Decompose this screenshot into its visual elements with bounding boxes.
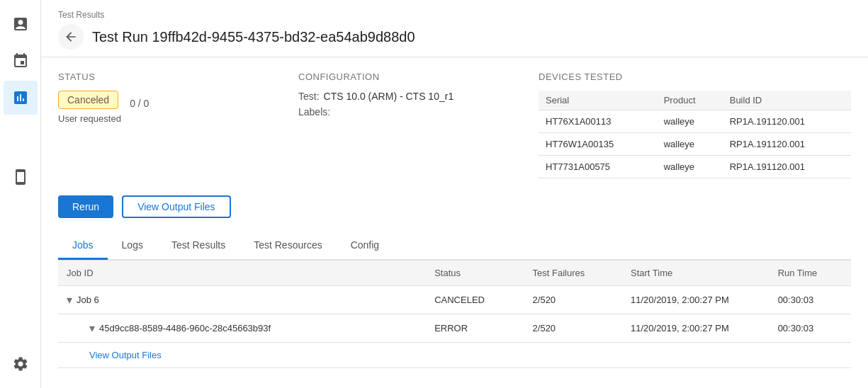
jobs-table: Job ID Status Test Failures Start Time R…: [58, 260, 851, 368]
view-output-files-link[interactable]: View Output Files: [67, 347, 170, 363]
jobs-col-failures: Test Failures: [524, 261, 622, 286]
sub-job-id-cell: ▾ 45d9cc88-8589-4486-960c-28c45663b93f: [58, 314, 426, 343]
sub-job-start-time: 11/20/2019, 2:00:27 PM: [622, 314, 770, 343]
config-labels-label: Labels:: [298, 106, 330, 118]
sidebar-item-results[interactable]: [4, 81, 38, 115]
job-failures: 2/520: [524, 286, 622, 314]
page-title: Test Run 19ffb42d-9455-4375-bd32-ea54ab9…: [92, 29, 415, 45]
tab-logs[interactable]: Logs: [108, 232, 157, 260]
status-sub-label: User requested: [58, 113, 281, 124]
view-output-row: View Output Files: [58, 343, 851, 368]
table-row: ▾ 45d9cc88-8589-4486-960c-28c45663b93f E…: [58, 314, 851, 343]
tab-jobs[interactable]: Jobs: [58, 232, 108, 260]
sub-job-run-time: 00:30:03: [770, 314, 851, 343]
back-button[interactable]: [58, 24, 84, 50]
config-test-value: CTS 10.0 (ARM) - CTS 10_r1: [324, 91, 454, 102]
jobs-col-starttime: Start Time: [622, 261, 770, 286]
tabs: JobsLogsTest ResultsTest ResourcesConfig: [58, 232, 851, 260]
devices-col-product: Product: [657, 91, 723, 110]
jobs-col-status: Status: [426, 261, 524, 286]
device-product: walleye: [657, 156, 723, 178]
job-id-cell: ▾ Job 6: [58, 286, 426, 314]
devices-col-serial: Serial: [539, 91, 657, 110]
device-serial: HT76W1A00135: [539, 133, 657, 156]
status-panel-title: Status: [58, 72, 281, 82]
tab-test-results[interactable]: Test Results: [157, 232, 239, 260]
status-badge: Canceled: [58, 91, 118, 109]
config-panel-title: Configuration: [298, 72, 522, 82]
device-product: walleye: [657, 133, 723, 156]
device-build-id: RP1A.191120.001: [723, 156, 851, 178]
pass-fail: 0 / 0: [130, 98, 149, 109]
rerun-button[interactable]: Rerun: [58, 195, 113, 218]
devices-panel-title: Devices Tested: [539, 72, 851, 82]
device-build-id: RP1A.191120.001: [723, 133, 851, 156]
job-run-time: 00:30:03: [770, 286, 851, 314]
sidebar: [0, 0, 41, 388]
devices-table-row: HT7731A00575 walleye RP1A.191120.001: [539, 156, 851, 178]
device-build-id: RP1A.191120.001: [723, 110, 851, 133]
status-panel: Status Canceled 0 / 0 User requested: [58, 72, 298, 178]
devices-col-build: Build ID: [723, 91, 851, 110]
job-start-time: 11/20/2019, 2:00:27 PM: [622, 286, 770, 314]
tab-config[interactable]: Config: [337, 232, 393, 260]
device-product: walleye: [657, 110, 723, 133]
job-status: CANCELED: [426, 286, 524, 314]
device-serial: HT76X1A00113: [539, 110, 657, 133]
expand-icon[interactable]: ▾: [89, 321, 95, 335]
actions-row: Rerun View Output Files: [58, 195, 851, 218]
sub-job-id: 45d9cc88-8589-4486-960c-28c45663b93f: [99, 323, 271, 333]
devices-table: Serial Product Build ID HT76X1A00113 wal…: [539, 91, 851, 178]
device-serial: HT7731A00575: [539, 156, 657, 178]
job-name: Job 6: [77, 295, 99, 305]
config-labels-row: Labels:: [298, 106, 522, 118]
devices-table-row: HT76W1A00135 walleye RP1A.191120.001: [539, 133, 851, 156]
content-area: Status Canceled 0 / 0 User requested Con…: [41, 57, 868, 388]
header: Test Results Test Run 19ffb42d-9455-4375…: [41, 0, 868, 57]
config-test-row: Test: CTS 10.0 (ARM) - CTS 10_r1: [298, 91, 522, 102]
config-panel: Configuration Test: CTS 10.0 (ARM) - CTS…: [298, 72, 539, 178]
devices-table-row: HT76X1A00113 walleye RP1A.191120.001: [539, 110, 851, 133]
top-panels: Status Canceled 0 / 0 User requested Con…: [58, 72, 851, 178]
sidebar-item-devices[interactable]: [4, 160, 38, 194]
sidebar-item-settings[interactable]: [4, 347, 38, 381]
tab-test-resources[interactable]: Test Resources: [239, 232, 336, 260]
jobs-col-jobid: Job ID: [58, 261, 426, 286]
jobs-col-runtime: Run Time: [770, 261, 851, 286]
expand-icon[interactable]: ▾: [67, 293, 72, 307]
devices-panel: Devices Tested Serial Product Build ID H…: [539, 72, 851, 178]
sidebar-item-tasks[interactable]: [4, 7, 38, 41]
view-output-button[interactable]: View Output Files: [122, 195, 230, 218]
main-content: Test Results Test Run 19ffb42d-9455-4375…: [41, 0, 868, 388]
sub-job-failures: 2/520: [524, 314, 622, 343]
table-row: ▾ Job 6 CANCELED 2/520 11/20/2019, 2:00:…: [58, 286, 851, 314]
sub-job-status: ERROR: [426, 314, 524, 343]
breadcrumb: Test Results: [58, 10, 851, 20]
sidebar-item-schedule[interactable]: [4, 44, 38, 78]
config-test-label: Test:: [298, 91, 320, 102]
